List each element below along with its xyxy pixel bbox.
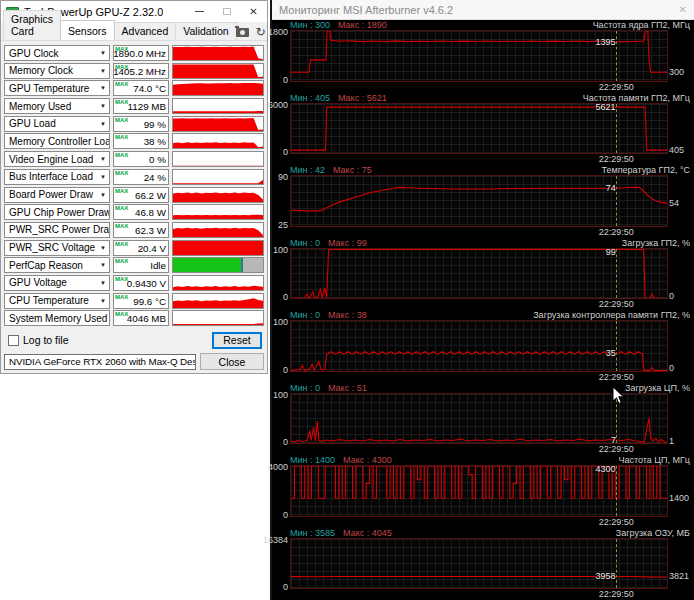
- sensor-label: Memory Used: [9, 101, 71, 112]
- sensor-select[interactable]: CPU Temperature ▼: [4, 293, 110, 309]
- sensor-select[interactable]: System Memory Used ▼: [4, 310, 110, 326]
- sensor-graph: [172, 222, 264, 238]
- panel-title: Частота ядра ГП2, МГц: [593, 20, 690, 30]
- panel-plot[interactable]: 90 25 74 54 22:29:50: [290, 175, 668, 227]
- sensor-select[interactable]: Bus Interface Load ▼: [4, 169, 110, 185]
- dropdown-arrow-icon: ▼: [98, 174, 106, 180]
- panel-plot[interactable]: 1800 0 1395 300 22:29:50: [290, 30, 668, 82]
- time-label: 22:29:50: [599, 299, 634, 309]
- min-label: Мин : 42: [290, 165, 325, 175]
- checkbox-icon: [8, 335, 19, 346]
- sensor-graph: [172, 98, 264, 114]
- time-cursor-line[interactable]: [616, 104, 617, 154]
- tab-graphics-card[interactable]: Graphics Card: [3, 10, 61, 40]
- panel-plot[interactable]: 100 0 99 0 22:29:50: [290, 248, 668, 300]
- sensor-value-box: MAX 0.9430 V: [113, 275, 169, 291]
- sensor-select[interactable]: GPU Chip Power Draw ▼: [4, 204, 110, 220]
- min-label: Мин : 3585: [290, 528, 335, 538]
- cursor-value-label: 7: [611, 435, 616, 445]
- time-cursor-line[interactable]: [616, 31, 617, 81]
- panel-plot[interactable]: 6000 0 5621 405 22:29:50: [290, 103, 668, 155]
- time-cursor-line[interactable]: [616, 539, 617, 589]
- dropdown-arrow-icon: ▼: [98, 298, 106, 304]
- sensor-label: Memory Clock: [9, 65, 73, 76]
- time-cursor-line[interactable]: [616, 321, 617, 371]
- sensor-select[interactable]: GPU Voltage ▼: [4, 275, 110, 291]
- sensor-value-box: MAX 62.3 W: [113, 222, 169, 238]
- min-label: Мин : 0: [290, 238, 320, 248]
- time-label: 22:29:50: [599, 372, 634, 382]
- time-cursor-line[interactable]: [616, 249, 617, 299]
- close-button[interactable]: ✕: [240, 1, 267, 22]
- sensor-select[interactable]: PerfCap Reason ▼: [4, 257, 110, 273]
- sensor-row: CPU Temperature ▼ MAX 99.6 °C: [4, 293, 264, 309]
- series-line: [291, 321, 667, 371]
- sensor-select[interactable]: PWR_SRC Power Draw ▼: [4, 222, 110, 238]
- tab-validation[interactable]: Validation: [175, 22, 236, 40]
- sensor-graph: [172, 310, 264, 326]
- minimize-button[interactable]: [186, 1, 213, 22]
- camera-icon[interactable]: [236, 28, 249, 37]
- refresh-icon[interactable]: ↻: [256, 27, 266, 37]
- sensor-select[interactable]: Memory Controller Load ▼: [4, 133, 110, 149]
- maximize-button[interactable]: [213, 1, 240, 22]
- time-label: 22:29:50: [599, 444, 634, 454]
- gpu-select[interactable]: NVIDIA GeForce RTX 2060 with Max-Q Desi …: [4, 354, 196, 370]
- gpuz-window: TechPowerUp GPU-Z 2.32.0 ✕ Graphics Card…: [0, 0, 268, 374]
- sensor-graph: [172, 116, 264, 132]
- time-label: 22:29:50: [599, 82, 634, 92]
- y-min-label: 0: [283, 582, 288, 592]
- min-label: Мин : 0: [290, 310, 320, 320]
- sensor-value: 1129 MB: [128, 101, 166, 112]
- right-value-label: 1: [669, 436, 674, 446]
- dropdown-arrow-icon: ▼: [98, 192, 106, 198]
- sensor-select[interactable]: Memory Clock ▼: [4, 63, 110, 79]
- y-min-label: 0: [283, 365, 288, 375]
- sensor-value-box: MAX 4046 MB: [113, 310, 169, 326]
- reset-button[interactable]: Reset: [212, 332, 262, 349]
- sensor-select[interactable]: Memory Used ▼: [4, 98, 110, 114]
- afterburner-titlebar[interactable]: Мониторинг MSI Afterburner v4.6.2 ✕: [272, 0, 694, 20]
- sensor-graph: [172, 45, 264, 61]
- max-label: Макс : 38: [328, 310, 367, 320]
- sensor-select[interactable]: Board Power Draw ▼: [4, 187, 110, 203]
- panel-plot[interactable]: 100 0 35 0 22:29:50: [290, 320, 668, 372]
- panel-plot[interactable]: 16384 0 3958 3821 22:29:50: [290, 538, 668, 590]
- sensor-row: PWR_SRC Voltage ▼ MAX 20.4 V: [4, 240, 264, 256]
- sensor-select[interactable]: GPU Load ▼: [4, 116, 110, 132]
- sensor-label: PWR_SRC Power Draw: [9, 224, 110, 235]
- cursor-value-label: 99: [606, 247, 616, 257]
- sensor-value: 1890.0 MHz: [113, 48, 166, 59]
- time-cursor-line[interactable]: [616, 176, 617, 226]
- cursor-value-label: 74: [606, 183, 616, 193]
- log-to-file-checkbox[interactable]: Log to file: [8, 334, 69, 346]
- y-min-label: 0: [283, 437, 288, 447]
- min-label: Мин : 300: [290, 20, 330, 30]
- sensor-select[interactable]: GPU Clock ▼: [4, 45, 110, 61]
- sensor-select[interactable]: Video Engine Load ▼: [4, 151, 110, 167]
- sensor-row: Board Power Draw ▼ MAX 66.2 W: [4, 187, 264, 203]
- sensor-graph: [172, 133, 264, 149]
- sensor-value-box: MAX 46.8 W: [113, 204, 169, 220]
- sensor-value: 66.2 W: [135, 189, 166, 200]
- sensor-select[interactable]: PWR_SRC Voltage ▼: [4, 240, 110, 256]
- max-badge: MAX: [115, 152, 128, 158]
- panel-title: Температура ГП2, °C: [602, 165, 690, 175]
- perfcap-gray-bar: [243, 258, 263, 272]
- sensor-rows: GPU Clock ▼ MAX 1890.0 MHz Memory Clock …: [4, 45, 264, 326]
- afterburner-window-title: Мониторинг MSI Afterburner v4.6.2: [279, 4, 453, 16]
- sensor-row: GPU Voltage ▼ MAX 0.9430 V: [4, 275, 264, 291]
- max-badge: MAX: [115, 99, 128, 105]
- sensor-graph: [172, 257, 264, 273]
- tab-advanced[interactable]: Advanced: [114, 22, 177, 40]
- tab-sensors[interactable]: Sensors: [60, 20, 115, 40]
- min-label: Мин : 0: [290, 383, 320, 393]
- gpuz-footer-row1: Log to file Reset: [8, 331, 262, 349]
- time-cursor-line[interactable]: [616, 466, 617, 516]
- sensor-select[interactable]: GPU Temperature ▼: [4, 80, 110, 96]
- afterburner-close-icon[interactable]: ✕: [679, 4, 687, 15]
- max-badge: MAX: [115, 170, 128, 176]
- y-max-label: 100: [273, 317, 288, 327]
- panel-plot[interactable]: 4000 0 4300 1400 22:29:50: [290, 465, 668, 517]
- gpuz-close-button[interactable]: Close: [200, 353, 264, 370]
